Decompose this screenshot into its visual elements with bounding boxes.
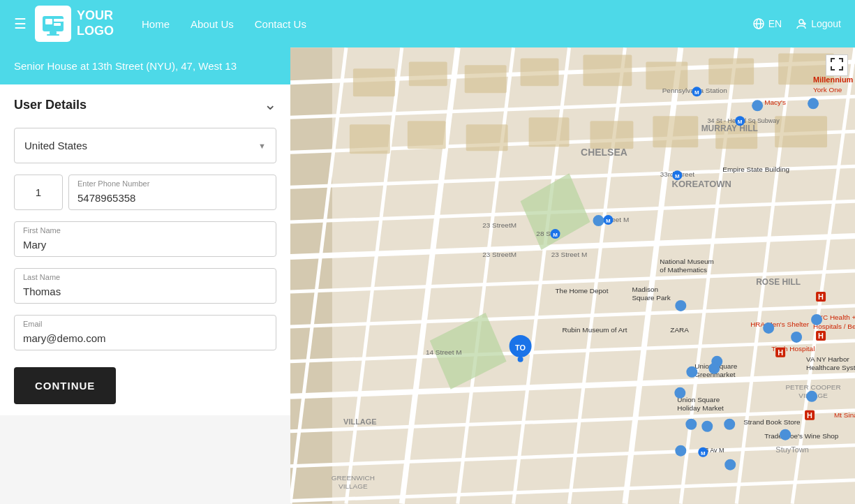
svg-text:M: M [606,218,611,224]
phone-field: 1 Enter Phone Number [14,175,276,210]
left-panel: Senior House at 13th Street (NYU), 47, W… [0,47,290,504]
svg-text:M: M [738,119,743,125]
first-name-wrapper: First Name [14,221,276,257]
svg-rect-5 [47,34,59,36]
logo-text: YOUR LOGO [77,8,114,38]
svg-text:TO: TO [515,343,526,352]
svg-point-137 [675,445,686,457]
svg-text:H: H [807,411,812,420]
svg-text:ZARA: ZARA [670,326,689,334]
svg-point-121 [593,215,604,226]
svg-rect-41 [521,58,559,86]
svg-point-129 [806,391,817,402]
email-wrapper: Email [14,315,276,350]
svg-point-112 [518,357,523,362]
header: ☰ YOUR LOGO Home About Us Contact Us [0,0,855,47]
svg-rect-40 [465,65,507,93]
svg-text:CHELSEA: CHELSEA [581,147,627,158]
location-banner: Senior House at 13th Street (NYU), 47, W… [0,47,290,84]
svg-rect-51 [653,116,698,147]
last-name-wrapper: Last Name [14,268,276,304]
svg-text:VILLAGE: VILLAGE [343,417,377,426]
svg-point-127 [724,419,735,430]
main-container: Senior House at 13th Street (NYU), 47, W… [0,47,855,504]
first-name-field: First Name [14,221,276,257]
svg-rect-53 [775,116,827,147]
email-label: Email [23,320,43,328]
logout-button[interactable]: Logout [796,18,841,29]
map-expand-button[interactable] [826,54,848,76]
svg-text:3 Av M: 3 Av M [705,447,724,454]
phone-code-box: 1 [14,175,63,210]
country-select[interactable]: United States [15,128,276,163]
svg-point-125 [674,387,685,399]
email-input[interactable] [15,316,276,350]
svg-rect-1 [45,19,52,24]
last-name-field: Last Name [14,268,276,304]
svg-text:Macy's: Macy's [764,98,786,106]
nav-contact[interactable]: Contact Us [255,18,306,30]
user-details-title: User Details [14,98,87,112]
svg-rect-3 [54,23,61,26]
phone-label: Enter Phone Number [77,179,149,188]
svg-point-123 [752,100,763,111]
svg-point-133 [763,323,774,334]
menu-icon[interactable]: ☰ [14,15,27,32]
svg-text:Empire State Building: Empire State Building [722,165,789,173]
svg-point-128 [780,429,791,440]
svg-text:H: H [778,348,783,357]
header-right: EN Logout [753,18,841,29]
svg-point-9 [799,20,803,24]
language-button[interactable]: EN [753,18,782,29]
svg-rect-48 [466,124,508,151]
svg-text:Healthcare System: Healthcare System [806,364,855,371]
svg-rect-49 [529,117,570,147]
svg-text:M: M [701,450,706,457]
continue-button[interactable]: CONTINUE [14,367,116,404]
svg-rect-50 [590,121,633,149]
svg-text:23 StreetM: 23 StreetM [482,251,516,258]
svg-text:of Mathematics: of Mathematics [660,266,707,274]
phone-input-wrapper: Enter Phone Number [68,175,276,210]
svg-text:PETER COOPER: PETER COOPER [785,383,840,391]
map-svg: CHELSEA MURRAY HILL KOREATOWN ROSE HILL … [290,47,855,504]
nav-about[interactable]: About Us [191,18,234,30]
svg-text:Madison: Madison [632,286,658,293]
svg-text:Millennium H: Millennium H [813,75,855,84]
svg-text:KOREATOWN: KOREATOWN [672,179,731,189]
svg-text:MURRAY HILL: MURRAY HILL [701,124,758,133]
country-field: United States [14,128,276,163]
svg-text:H: H [818,332,824,340]
svg-text:York One: York One [813,86,842,94]
svg-text:Mt Sinai Beth Israel: Mt Sinai Beth Israel [834,411,855,419]
svg-rect-39 [409,61,447,86]
svg-rect-2 [54,19,64,22]
svg-rect-43 [646,61,687,89]
svg-point-126 [685,419,697,430]
chevron-down-icon[interactable]: ⌄ [264,96,276,114]
svg-text:14 Street M: 14 Street M [426,348,462,356]
svg-text:National Museum: National Museum [660,258,714,265]
first-name-label: First Name [23,226,61,235]
last-name-label: Last Name [23,273,60,281]
svg-point-122 [675,300,686,311]
main-nav: Home About Us Contact Us [142,18,753,30]
svg-text:VA NY Harbor: VA NY Harbor [806,355,849,363]
svg-text:ROSE HILL: ROSE HILL [756,277,801,287]
logout-icon [796,18,807,29]
svg-text:VILLAGE: VILLAGE [339,482,368,490]
svg-point-135 [708,363,720,374]
svg-point-136 [701,421,713,432]
svg-rect-46 [350,124,390,154]
svg-rect-42 [583,54,632,86]
svg-text:Rubin Museum of Art: Rubin Museum of Art [563,326,627,334]
globe-icon [753,18,764,29]
svg-text:Strand Book Store: Strand Book Store [743,418,801,426]
svg-point-138 [724,459,736,470]
svg-text:M: M [694,89,699,96]
svg-text:The Home Depot: The Home Depot [556,287,609,295]
svg-text:StuyTown: StuyTown [775,445,809,454]
svg-point-124 [808,98,819,109]
nav-home[interactable]: Home [142,18,170,30]
svg-text:HRA Men's Shelter: HRA Men's Shelter [750,320,810,328]
